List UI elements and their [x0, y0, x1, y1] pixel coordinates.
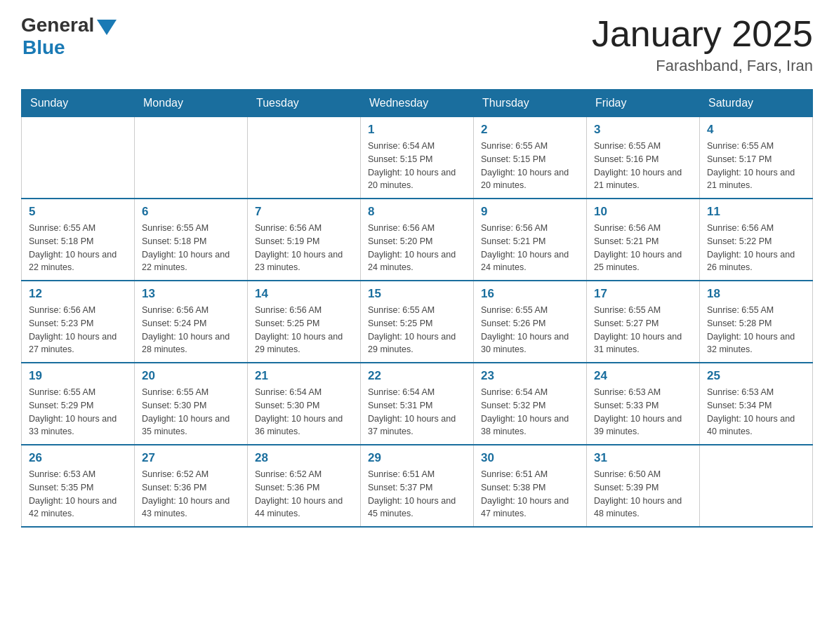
- day-info: Sunrise: 6:56 AMSunset: 5:24 PMDaylight:…: [142, 304, 240, 356]
- day-number: 5: [29, 205, 127, 219]
- calendar-cell: 3Sunrise: 6:55 AMSunset: 5:16 PMDaylight…: [587, 117, 700, 199]
- day-number: 13: [142, 287, 240, 301]
- calendar-cell: 19Sunrise: 6:55 AMSunset: 5:29 PMDayligh…: [22, 363, 135, 445]
- day-number: 14: [255, 287, 353, 301]
- location: Farashband, Fars, Iran: [592, 57, 813, 75]
- calendar-cell: 29Sunrise: 6:51 AMSunset: 5:37 PMDayligh…: [361, 445, 474, 527]
- day-info: Sunrise: 6:55 AMSunset: 5:15 PMDaylight:…: [481, 140, 579, 192]
- day-info: Sunrise: 6:55 AMSunset: 5:26 PMDaylight:…: [481, 304, 579, 356]
- day-number: 15: [368, 287, 466, 301]
- day-number: 2: [481, 123, 579, 137]
- day-info: Sunrise: 6:55 AMSunset: 5:18 PMDaylight:…: [142, 222, 240, 274]
- calendar-cell: [248, 117, 361, 199]
- calendar-cell: 25Sunrise: 6:53 AMSunset: 5:34 PMDayligh…: [700, 363, 813, 445]
- calendar-cell: [700, 445, 813, 527]
- calendar-cell: 12Sunrise: 6:56 AMSunset: 5:23 PMDayligh…: [22, 281, 135, 363]
- calendar-cell: 30Sunrise: 6:51 AMSunset: 5:38 PMDayligh…: [474, 445, 587, 527]
- day-number: 24: [594, 369, 692, 383]
- header-monday: Monday: [135, 90, 248, 117]
- calendar-cell: 20Sunrise: 6:55 AMSunset: 5:30 PMDayligh…: [135, 363, 248, 445]
- day-info: Sunrise: 6:55 AMSunset: 5:27 PMDaylight:…: [594, 304, 692, 356]
- calendar-cell: 8Sunrise: 6:56 AMSunset: 5:20 PMDaylight…: [361, 199, 474, 281]
- calendar-cell: 15Sunrise: 6:55 AMSunset: 5:25 PMDayligh…: [361, 281, 474, 363]
- calendar-cell: 5Sunrise: 6:55 AMSunset: 5:18 PMDaylight…: [22, 199, 135, 281]
- calendar-cell: 1Sunrise: 6:54 AMSunset: 5:15 PMDaylight…: [361, 117, 474, 199]
- day-info: Sunrise: 6:55 AMSunset: 5:29 PMDaylight:…: [29, 386, 127, 438]
- logo: General Blue: [21, 14, 117, 59]
- day-number: 28: [255, 451, 353, 465]
- logo-triangle-icon: [97, 20, 117, 35]
- week-row-4: 19Sunrise: 6:55 AMSunset: 5:29 PMDayligh…: [22, 363, 813, 445]
- day-number: 16: [481, 287, 579, 301]
- day-number: 7: [255, 205, 353, 219]
- day-number: 31: [594, 451, 692, 465]
- calendar-cell: 21Sunrise: 6:54 AMSunset: 5:30 PMDayligh…: [248, 363, 361, 445]
- day-number: 10: [594, 205, 692, 219]
- day-number: 11: [707, 205, 805, 219]
- day-number: 19: [29, 369, 127, 383]
- header-friday: Friday: [587, 90, 700, 117]
- calendar-cell: 6Sunrise: 6:55 AMSunset: 5:18 PMDaylight…: [135, 199, 248, 281]
- calendar-cell: 24Sunrise: 6:53 AMSunset: 5:33 PMDayligh…: [587, 363, 700, 445]
- day-number: 27: [142, 451, 240, 465]
- day-number: 25: [707, 369, 805, 383]
- day-info: Sunrise: 6:55 AMSunset: 5:18 PMDaylight:…: [29, 222, 127, 274]
- day-info: Sunrise: 6:52 AMSunset: 5:36 PMDaylight:…: [255, 468, 353, 521]
- calendar-cell: 16Sunrise: 6:55 AMSunset: 5:26 PMDayligh…: [474, 281, 587, 363]
- day-info: Sunrise: 6:55 AMSunset: 5:16 PMDaylight:…: [594, 140, 692, 192]
- day-number: 29: [368, 451, 466, 465]
- day-info: Sunrise: 6:56 AMSunset: 5:25 PMDaylight:…: [255, 304, 353, 356]
- header-tuesday: Tuesday: [248, 90, 361, 117]
- calendar-cell: 9Sunrise: 6:56 AMSunset: 5:21 PMDaylight…: [474, 199, 587, 281]
- day-info: Sunrise: 6:55 AMSunset: 5:25 PMDaylight:…: [368, 304, 466, 356]
- day-info: Sunrise: 6:55 AMSunset: 5:28 PMDaylight:…: [707, 304, 805, 356]
- calendar-cell: [135, 117, 248, 199]
- month-title: January 2025: [592, 14, 813, 54]
- calendar-header-row: SundayMondayTuesdayWednesdayThursdayFrid…: [22, 90, 813, 117]
- day-info: Sunrise: 6:50 AMSunset: 5:39 PMDaylight:…: [594, 468, 692, 521]
- calendar-cell: 13Sunrise: 6:56 AMSunset: 5:24 PMDayligh…: [135, 281, 248, 363]
- calendar-cell: 18Sunrise: 6:55 AMSunset: 5:28 PMDayligh…: [700, 281, 813, 363]
- day-info: Sunrise: 6:53 AMSunset: 5:33 PMDaylight:…: [594, 386, 692, 438]
- calendar-cell: [22, 117, 135, 199]
- calendar-cell: 11Sunrise: 6:56 AMSunset: 5:22 PMDayligh…: [700, 199, 813, 281]
- day-number: 9: [481, 205, 579, 219]
- logo-general-text: General: [21, 14, 94, 36]
- day-info: Sunrise: 6:52 AMSunset: 5:36 PMDaylight:…: [142, 468, 240, 521]
- header-wednesday: Wednesday: [361, 90, 474, 117]
- day-number: 26: [29, 451, 127, 465]
- day-number: 3: [594, 123, 692, 137]
- day-info: Sunrise: 6:51 AMSunset: 5:38 PMDaylight:…: [481, 468, 579, 521]
- day-number: 30: [481, 451, 579, 465]
- calendar-table: SundayMondayTuesdayWednesdayThursdayFrid…: [21, 89, 813, 528]
- day-info: Sunrise: 6:56 AMSunset: 5:21 PMDaylight:…: [481, 222, 579, 274]
- day-number: 21: [255, 369, 353, 383]
- calendar-cell: 14Sunrise: 6:56 AMSunset: 5:25 PMDayligh…: [248, 281, 361, 363]
- header-sunday: Sunday: [22, 90, 135, 117]
- week-row-1: 1Sunrise: 6:54 AMSunset: 5:15 PMDaylight…: [22, 117, 813, 199]
- day-info: Sunrise: 6:56 AMSunset: 5:22 PMDaylight:…: [707, 222, 805, 274]
- calendar-cell: 7Sunrise: 6:56 AMSunset: 5:19 PMDaylight…: [248, 199, 361, 281]
- day-info: Sunrise: 6:55 AMSunset: 5:30 PMDaylight:…: [142, 386, 240, 438]
- day-number: 12: [29, 287, 127, 301]
- calendar-cell: 26Sunrise: 6:53 AMSunset: 5:35 PMDayligh…: [22, 445, 135, 527]
- logo-blue-text: Blue: [22, 36, 65, 59]
- calendar-cell: 4Sunrise: 6:55 AMSunset: 5:17 PMDaylight…: [700, 117, 813, 199]
- day-info: Sunrise: 6:54 AMSunset: 5:31 PMDaylight:…: [368, 386, 466, 438]
- day-info: Sunrise: 6:56 AMSunset: 5:21 PMDaylight:…: [594, 222, 692, 274]
- week-row-2: 5Sunrise: 6:55 AMSunset: 5:18 PMDaylight…: [22, 199, 813, 281]
- calendar-cell: 28Sunrise: 6:52 AMSunset: 5:36 PMDayligh…: [248, 445, 361, 527]
- day-number: 8: [368, 205, 466, 219]
- day-info: Sunrise: 6:53 AMSunset: 5:34 PMDaylight:…: [707, 386, 805, 438]
- day-number: 22: [368, 369, 466, 383]
- page-header: General Blue January 2025 Farashband, Fa…: [21, 14, 813, 75]
- day-info: Sunrise: 6:55 AMSunset: 5:17 PMDaylight:…: [707, 140, 805, 192]
- day-number: 6: [142, 205, 240, 219]
- calendar-cell: 31Sunrise: 6:50 AMSunset: 5:39 PMDayligh…: [587, 445, 700, 527]
- day-number: 17: [594, 287, 692, 301]
- day-info: Sunrise: 6:56 AMSunset: 5:20 PMDaylight:…: [368, 222, 466, 274]
- day-info: Sunrise: 6:54 AMSunset: 5:30 PMDaylight:…: [255, 386, 353, 438]
- day-info: Sunrise: 6:51 AMSunset: 5:37 PMDaylight:…: [368, 468, 466, 521]
- calendar-cell: 23Sunrise: 6:54 AMSunset: 5:32 PMDayligh…: [474, 363, 587, 445]
- day-number: 4: [707, 123, 805, 137]
